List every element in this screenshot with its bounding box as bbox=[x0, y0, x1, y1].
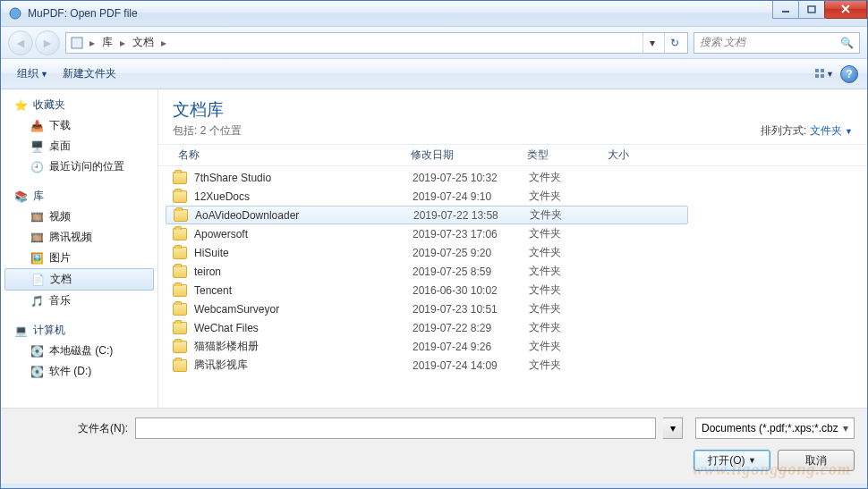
download-icon: 📥 bbox=[30, 119, 44, 133]
svg-rect-5 bbox=[72, 38, 82, 48]
library-header: 文档库 包括: 2 个位置 排列方式: 文件夹 ▼ bbox=[158, 89, 867, 145]
search-input[interactable]: 搜索 文档 🔍 bbox=[694, 32, 860, 54]
file-type: 文件夹 bbox=[529, 339, 609, 354]
video-icon: 🎞️ bbox=[30, 231, 44, 245]
main-panel: 文档库 包括: 2 个位置 排列方式: 文件夹 ▼ 名称 修改日期 类型 大小 … bbox=[158, 89, 867, 408]
svg-rect-2 bbox=[808, 6, 815, 13]
address-bar[interactable]: ▸ 库 ▸ 文档 ▸ ▾ ↻ bbox=[65, 32, 688, 54]
file-date: 2019-07-24 14:09 bbox=[413, 359, 529, 372]
file-type: 文件夹 bbox=[529, 170, 609, 185]
file-date: 2019-07-23 17:06 bbox=[413, 228, 529, 240]
sidebar-item-drive-d[interactable]: 💽软件 (D:) bbox=[1, 361, 157, 382]
help-button[interactable]: ? bbox=[840, 65, 858, 83]
sidebar-item-videos[interactable]: 🎞️视频 bbox=[1, 207, 157, 227]
column-date[interactable]: 修改日期 bbox=[405, 148, 522, 163]
folder-icon bbox=[173, 172, 187, 184]
sidebar-item-pictures[interactable]: 🖼️图片 bbox=[1, 248, 157, 268]
filename-input[interactable] bbox=[135, 417, 656, 439]
sidebar-item-drive-c[interactable]: 💽本地磁盘 (C:) bbox=[1, 341, 157, 361]
sidebar-item-music[interactable]: 🎵音乐 bbox=[1, 291, 157, 311]
column-name[interactable]: 名称 bbox=[173, 148, 405, 163]
maximize-button[interactable] bbox=[798, 1, 825, 19]
forward-button[interactable]: ► bbox=[35, 30, 60, 55]
library-title: 文档库 bbox=[173, 98, 242, 122]
document-icon: 📄 bbox=[30, 273, 45, 287]
search-placeholder: 搜索 文档 bbox=[700, 35, 745, 50]
file-type: 文件夹 bbox=[529, 189, 609, 204]
folder-icon bbox=[174, 209, 188, 222]
svg-rect-7 bbox=[821, 69, 824, 72]
toolbar: 组织 ▼ 新建文件夹 ▼ ? bbox=[1, 59, 867, 89]
file-row[interactable]: AoAVideoDownloader2019-07-22 13:58文件夹 bbox=[166, 206, 688, 224]
file-date: 2019-07-22 8:29 bbox=[413, 322, 529, 334]
folder-icon bbox=[173, 303, 187, 316]
filetype-filter[interactable]: Documents (*.pdf;*.xps;*.cbz ▾ bbox=[695, 417, 855, 439]
view-options-button[interactable]: ▼ bbox=[813, 64, 835, 84]
file-row[interactable]: teiron2019-07-25 8:59文件夹 bbox=[158, 262, 867, 281]
open-button[interactable]: 打开(O) ▼ bbox=[694, 450, 770, 471]
nav-bar: ◄ ► ▸ 库 ▸ 文档 ▸ ▾ ↻ 搜索 文档 🔍 bbox=[1, 27, 867, 59]
picture-icon: 🖼️ bbox=[30, 251, 44, 266]
file-type: 文件夹 bbox=[529, 301, 609, 316]
minimize-button[interactable] bbox=[772, 1, 799, 19]
sidebar-item-recent[interactable]: 🕘最近访问的位置 bbox=[1, 156, 157, 177]
sidebar-item-desktop[interactable]: 🖥️桌面 bbox=[1, 136, 157, 156]
breadcrumb[interactable]: 文档 bbox=[131, 35, 156, 50]
file-date: 2019-07-24 9:10 bbox=[413, 190, 529, 203]
sort-control[interactable]: 排列方式: 文件夹 ▼ bbox=[761, 123, 853, 139]
folder-icon bbox=[173, 266, 187, 278]
sidebar-item-tencent-video[interactable]: 🎞️腾讯视频 bbox=[1, 227, 157, 248]
folder-icon bbox=[173, 247, 187, 259]
file-row[interactable]: Tencent2016-06-30 10:02文件夹 bbox=[158, 281, 867, 299]
address-dropdown[interactable]: ▾ bbox=[642, 33, 660, 53]
file-list[interactable]: 7thShare Studio2019-07-25 10:32文件夹12XueD… bbox=[158, 166, 867, 408]
filename-dropdown[interactable]: ▾ bbox=[663, 417, 683, 439]
file-type: 文件夹 bbox=[529, 264, 609, 279]
column-size[interactable]: 大小 bbox=[602, 148, 674, 163]
sidebar-group-libraries[interactable]: 📚库 bbox=[1, 186, 157, 207]
titlebar[interactable]: MuPDF: Open PDF file bbox=[1, 1, 867, 27]
file-row[interactable]: 12XueDocs2019-07-24 9:10文件夹 bbox=[158, 187, 867, 206]
bottom-panel: 文件名(N): ▾ Documents (*.pdf;*.xps;*.cbz ▾… bbox=[1, 408, 867, 484]
svg-rect-8 bbox=[815, 74, 819, 78]
cancel-button[interactable]: 取消 bbox=[778, 450, 855, 471]
chevron-right-icon[interactable]: ▸ bbox=[159, 37, 168, 49]
file-type: 文件夹 bbox=[529, 320, 609, 335]
file-row[interactable]: 7thShare Studio2019-07-25 10:32文件夹 bbox=[158, 168, 867, 187]
filename-label: 文件名(N): bbox=[13, 421, 128, 436]
body: ⭐收藏夹 📥下载 🖥️桌面 🕘最近访问的位置 📚库 🎞️视频 🎞️腾讯视频 🖼️… bbox=[1, 89, 867, 408]
desktop-icon: 🖥️ bbox=[30, 139, 44, 154]
sidebar-group-favorites[interactable]: ⭐收藏夹 bbox=[1, 95, 157, 115]
file-name: AoAVideoDownloader bbox=[195, 209, 413, 222]
folder-icon bbox=[173, 341, 187, 353]
svg-rect-9 bbox=[821, 74, 824, 78]
file-row[interactable]: Apowersoft2019-07-23 17:06文件夹 bbox=[158, 224, 867, 243]
star-icon: ⭐ bbox=[13, 98, 28, 113]
sidebar-item-downloads[interactable]: 📥下载 bbox=[1, 115, 157, 136]
breadcrumb[interactable]: 库 bbox=[100, 35, 115, 50]
column-type[interactable]: 类型 bbox=[522, 148, 602, 163]
chevron-right-icon[interactable]: ▸ bbox=[118, 37, 127, 49]
chevron-right-icon[interactable]: ▸ bbox=[88, 37, 97, 49]
file-row[interactable]: HiSuite2019-07-25 9:20文件夹 bbox=[158, 243, 867, 262]
folder-icon bbox=[173, 284, 187, 297]
file-name: 7thShare Studio bbox=[194, 172, 413, 184]
organize-menu[interactable]: 组织 ▼ bbox=[10, 63, 55, 85]
file-row[interactable]: WebcamSurveyor2019-07-23 10:51文件夹 bbox=[158, 299, 867, 318]
sidebar-item-documents[interactable]: 📄文档 bbox=[4, 268, 154, 291]
new-folder-button[interactable]: 新建文件夹 bbox=[55, 63, 123, 85]
library-subtitle[interactable]: 包括: 2 个位置 bbox=[173, 123, 242, 139]
library-icon: 📚 bbox=[13, 190, 28, 204]
refresh-button[interactable]: ↻ bbox=[664, 33, 684, 53]
file-type: 文件夹 bbox=[529, 245, 609, 260]
window-title: MuPDF: Open PDF file bbox=[28, 7, 867, 20]
back-button[interactable]: ◄ bbox=[8, 30, 33, 55]
file-row[interactable]: 腾讯影视库2019-07-24 14:09文件夹 bbox=[158, 356, 867, 375]
sidebar-group-computer[interactable]: 💻计算机 bbox=[1, 320, 157, 341]
file-name: WeChat Files bbox=[194, 322, 413, 334]
file-name: Apowersoft bbox=[194, 228, 413, 240]
file-date: 2019-07-24 9:26 bbox=[413, 341, 529, 353]
close-button[interactable] bbox=[824, 1, 867, 19]
file-row[interactable]: WeChat Files2019-07-22 8:29文件夹 bbox=[158, 318, 867, 337]
file-row[interactable]: 猫猫影楼相册2019-07-24 9:26文件夹 bbox=[158, 337, 867, 356]
